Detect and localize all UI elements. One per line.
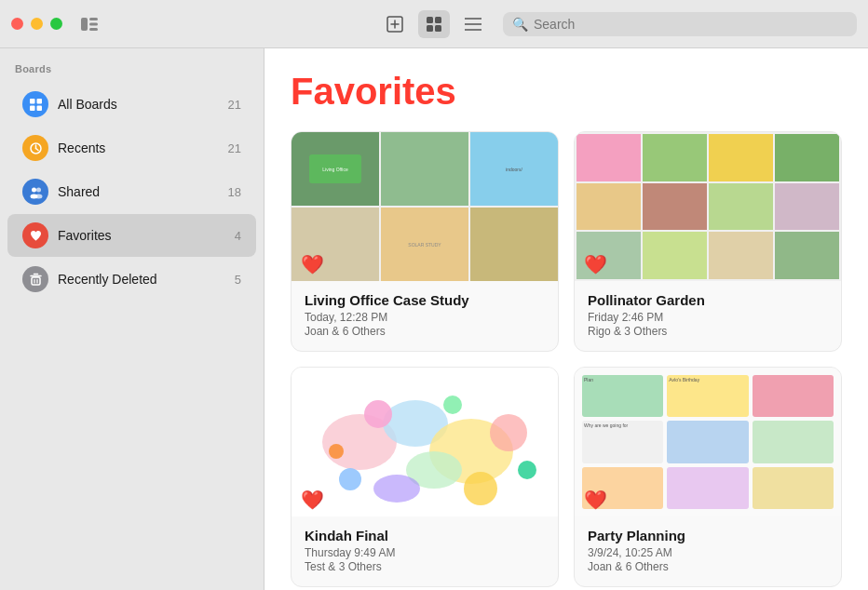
maximize-button[interactable] — [50, 18, 62, 30]
shared-count: 18 — [228, 185, 241, 199]
shared-icon — [22, 179, 48, 205]
sidebar: Boards All Boards 21 Rec — [0, 48, 264, 590]
list-view-button[interactable] — [457, 12, 489, 36]
recently-deleted-icon — [22, 266, 48, 292]
svg-rect-16 — [30, 105, 35, 111]
svg-rect-14 — [30, 99, 35, 104]
svg-point-21 — [32, 187, 36, 192]
board-card-pollinator-garden[interactable]: ❤️ Pollinator Garden Friday 2:46 PM Rigo… — [574, 131, 842, 352]
sidebar-item-shared[interactable]: Shared 18 — [7, 170, 256, 213]
recently-deleted-count: 5 — [235, 273, 241, 287]
page-title: Favorites — [291, 71, 842, 113]
board-date-living-office: Today, 12:28 PM — [305, 311, 545, 324]
svg-rect-8 — [435, 17, 441, 23]
board-card-kindah-final[interactable]: ❤️ Kindah Final Thursday 9:49 AM Test & … — [291, 367, 559, 587]
svg-point-36 — [490, 414, 527, 451]
recents-icon — [22, 135, 48, 161]
content-area: Favorites Living Office indoors/ SOLAR S… — [264, 48, 868, 590]
board-collaborators-kindah-final: Test & 3 Others — [305, 560, 545, 573]
close-button[interactable] — [11, 18, 23, 30]
toolbar-center — [379, 10, 489, 38]
svg-rect-1 — [89, 18, 98, 20]
shared-label: Shared — [58, 184, 228, 199]
favorite-button-kindah[interactable]: ❤️ — [301, 490, 324, 509]
all-boards-icon — [22, 91, 48, 117]
sidebar-section-label: Boards — [0, 63, 264, 82]
board-thumbnail-kindah-final: ❤️ — [292, 368, 558, 516]
boards-grid: Living Office indoors/ SOLAR STUDY ❤️ Li… — [291, 131, 842, 587]
sidebar-item-recently-deleted[interactable]: Recently Deleted 5 — [7, 258, 256, 301]
board-collaborators-living-office: Joan & 6 Others — [305, 325, 545, 338]
favorite-button-party[interactable]: ❤️ — [584, 490, 607, 509]
svg-point-38 — [464, 472, 497, 505]
sidebar-item-favorites[interactable]: Favorites 4 — [7, 214, 256, 257]
board-name-kindah-final: Kindah Final — [305, 528, 545, 543]
board-date-party-planning: 3/9/24, 10:25 AM — [588, 546, 828, 559]
favorite-button-pollinator[interactable]: ❤️ — [584, 255, 607, 274]
svg-point-22 — [36, 187, 41, 192]
board-info-kindah-final: Kindah Final Thursday 9:49 AM Test & 3 O… — [292, 516, 558, 586]
favorites-label: Favorites — [58, 228, 235, 243]
all-boards-label: All Boards — [58, 97, 228, 112]
sidebar-item-recents[interactable]: Recents 21 — [7, 127, 256, 169]
search-bar[interactable]: 🔍 — [503, 12, 857, 36]
svg-line-20 — [35, 148, 38, 150]
favorite-button-living-office[interactable]: ❤️ — [301, 255, 324, 274]
board-collaborators-party-planning: Joan & 6 Others — [588, 560, 828, 573]
svg-point-24 — [34, 194, 42, 198]
svg-point-41 — [518, 461, 536, 479]
board-name-pollinator-garden: Pollinator Garden — [588, 292, 828, 308]
search-input[interactable] — [534, 17, 848, 32]
main-layout: Boards All Boards 21 Rec — [0, 48, 868, 590]
board-info-living-office: Living Office Case Study Today, 12:28 PM… — [292, 281, 558, 351]
svg-rect-25 — [32, 277, 40, 285]
svg-rect-2 — [89, 22, 98, 25]
sidebar-toggle-button[interactable] — [74, 12, 105, 36]
recently-deleted-label: Recently Deleted — [58, 272, 235, 287]
svg-rect-0 — [81, 18, 88, 31]
svg-rect-3 — [89, 28, 98, 31]
svg-rect-15 — [36, 99, 42, 104]
board-name-living-office: Living Office Case Study — [305, 292, 545, 308]
window-controls — [11, 18, 62, 30]
svg-point-40 — [329, 444, 344, 459]
search-icon: 🔍 — [512, 17, 528, 32]
board-thumbnail-pollinator-garden: ❤️ — [575, 132, 841, 281]
sidebar-item-all-boards[interactable]: All Boards 21 — [7, 83, 256, 126]
title-bar: 🔍 — [0, 0, 868, 48]
minimize-button[interactable] — [31, 18, 43, 30]
board-info-party-planning: Party Planning 3/9/24, 10:25 AM Joan & 6… — [575, 516, 841, 586]
recents-count: 21 — [228, 141, 241, 155]
svg-point-37 — [339, 468, 361, 490]
recents-label: Recents — [58, 141, 228, 155]
board-thumbnail-living-office: Living Office indoors/ SOLAR STUDY ❤️ — [292, 132, 558, 281]
board-collaborators-pollinator-garden: Rigo & 3 Others — [588, 325, 828, 338]
board-date-pollinator-garden: Friday 2:46 PM — [588, 311, 828, 324]
svg-point-35 — [443, 396, 462, 414]
svg-rect-9 — [427, 25, 433, 32]
svg-rect-7 — [427, 17, 433, 23]
board-info-pollinator-garden: Pollinator Garden Friday 2:46 PM Rigo & … — [575, 281, 841, 351]
all-boards-count: 21 — [228, 98, 241, 112]
board-card-living-office[interactable]: Living Office indoors/ SOLAR STUDY ❤️ Li… — [291, 131, 559, 352]
board-name-party-planning: Party Planning — [588, 528, 828, 543]
board-date-kindah-final: Thursday 9:49 AM — [305, 546, 545, 559]
board-card-party-planning[interactable]: Plan Avlo's Birthday Why are we going fo… — [574, 367, 842, 587]
svg-point-39 — [373, 475, 420, 503]
grid-view-button[interactable] — [418, 10, 450, 38]
svg-rect-10 — [435, 25, 441, 32]
new-board-button[interactable] — [379, 10, 411, 38]
favorites-count: 4 — [235, 229, 241, 243]
favorites-icon — [22, 222, 48, 248]
board-thumbnail-party-planning: Plan Avlo's Birthday Why are we going fo… — [575, 368, 841, 516]
svg-rect-17 — [36, 105, 42, 111]
svg-point-34 — [364, 400, 392, 428]
